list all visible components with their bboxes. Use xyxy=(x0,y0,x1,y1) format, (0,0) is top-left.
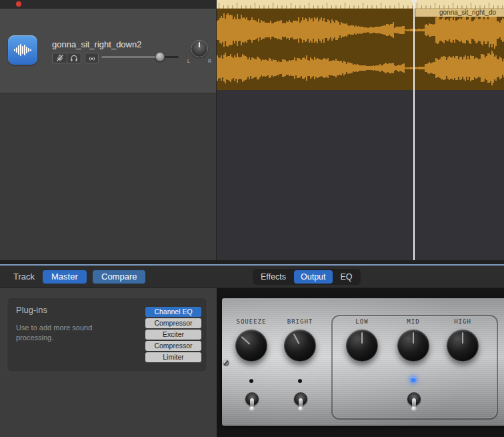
plugin-slot-compressor-1[interactable]: Compressor xyxy=(145,318,201,328)
knob-pointer xyxy=(279,325,321,366)
time-ruler[interactable] xyxy=(217,0,504,9)
waveform xyxy=(217,9,504,90)
plugins-description: Use to add more sound processing. xyxy=(16,323,116,344)
volume-slider-fill xyxy=(101,56,160,58)
compare-button[interactable]: Compare xyxy=(93,270,145,284)
plugin-slot-compressor-2[interactable]: Compressor xyxy=(145,341,201,351)
smart-controls-header: Track Master Compare Effects Output EQ xyxy=(0,266,504,288)
track-scope-button[interactable]: Track xyxy=(13,266,35,288)
mid-label: MID xyxy=(407,318,419,325)
squeeze-toggle-switch[interactable] xyxy=(244,392,260,412)
amp-panel-area: SQUEEZE BRIGHT LOW xyxy=(217,288,504,437)
plugin-slot-channel-eq[interactable]: Channel EQ xyxy=(145,307,201,317)
solo-button[interactable] xyxy=(67,53,81,63)
pan-left-label: L xyxy=(187,59,190,63)
high-knob-unit: HIGH xyxy=(436,318,489,362)
timeline-area[interactable]: gonna_sit_right_do xyxy=(217,0,504,260)
audio-track-icon[interactable] xyxy=(8,35,37,65)
track-header[interactable]: gonna_sit_right_down2 xyxy=(0,9,217,93)
audio-region[interactable]: gonna_sit_right_do xyxy=(217,9,504,90)
pan-knob-pointer xyxy=(199,42,200,47)
playhead[interactable] xyxy=(413,0,415,260)
plugin-slot-limiter[interactable]: Limiter xyxy=(145,352,201,362)
plugins-panel: Plug-ins Use to add more sound processin… xyxy=(0,288,217,437)
daw-window: gonna_sit_right_down2 xyxy=(0,0,504,437)
audio-waveform-icon xyxy=(13,43,32,57)
volume-slider[interactable] xyxy=(101,51,179,62)
bright-toggle-switch[interactable] xyxy=(293,392,309,412)
squeeze-led-icon xyxy=(249,379,253,383)
tab-effects[interactable]: Effects xyxy=(254,270,293,284)
pan-knob[interactable] xyxy=(191,40,208,57)
playhead-handle-icon[interactable] xyxy=(411,0,417,4)
tab-output[interactable]: Output xyxy=(294,270,333,284)
knob-pointer xyxy=(447,330,478,361)
knob-pointer xyxy=(398,330,429,361)
control-bar-strip xyxy=(0,0,217,9)
squeeze-knob[interactable] xyxy=(235,330,267,362)
smart-controls-tabs: Effects Output EQ xyxy=(253,269,361,285)
headphones-icon xyxy=(70,54,78,62)
input-monitoring-icon xyxy=(88,54,96,62)
plugin-slot-exciter[interactable]: Exciter xyxy=(145,330,201,340)
mic-slash-icon xyxy=(56,54,64,62)
mid-knob-unit: MID xyxy=(387,318,440,362)
bright-led-icon xyxy=(298,379,302,383)
squeeze-knob-unit: SQUEEZE xyxy=(225,318,278,362)
bright-knob[interactable] xyxy=(284,330,316,362)
pane-splitter[interactable] xyxy=(0,260,504,266)
mid-toggle-switch[interactable] xyxy=(406,392,422,412)
pan-right-label: R xyxy=(208,59,211,63)
mid-knob[interactable] xyxy=(397,330,429,362)
master-scope-button[interactable]: Master xyxy=(43,270,87,284)
tab-eq[interactable]: EQ xyxy=(334,270,359,284)
plugins-box: Plug-ins Use to add more sound processin… xyxy=(7,297,207,372)
high-label: HIGH xyxy=(454,318,471,325)
amp-metal-face: SQUEEZE BRIGHT LOW xyxy=(222,298,504,426)
bright-knob-unit: BRIGHT xyxy=(273,318,327,362)
smart-controls-body: Plug-ins Use to add more sound processin… xyxy=(0,288,504,437)
track-name[interactable]: gonna_sit_right_down2 xyxy=(52,39,141,49)
plugins-title: Plug-ins xyxy=(16,305,47,315)
region-name[interactable]: gonna_sit_right_do xyxy=(415,9,504,17)
bright-label: BRIGHT xyxy=(287,318,313,325)
volume-slider-thumb[interactable] xyxy=(155,52,165,61)
mid-led-icon xyxy=(411,377,416,382)
mute-button[interactable] xyxy=(52,53,67,63)
knob-pointer xyxy=(230,324,273,368)
record-indicator-icon[interactable] xyxy=(16,1,21,7)
low-knob-unit: LOW xyxy=(335,318,389,362)
knob-pointer xyxy=(347,330,377,361)
low-label: LOW xyxy=(355,318,368,325)
low-knob[interactable] xyxy=(346,330,378,362)
plugin-slot-list: Channel EQ Compressor Exciter Compressor… xyxy=(145,307,201,362)
mute-solo-group xyxy=(52,53,81,63)
high-knob[interactable] xyxy=(447,330,479,362)
track-list-background xyxy=(0,93,217,260)
squeeze-label: SQUEEZE xyxy=(237,318,267,325)
input-monitoring-button[interactable] xyxy=(85,53,99,63)
